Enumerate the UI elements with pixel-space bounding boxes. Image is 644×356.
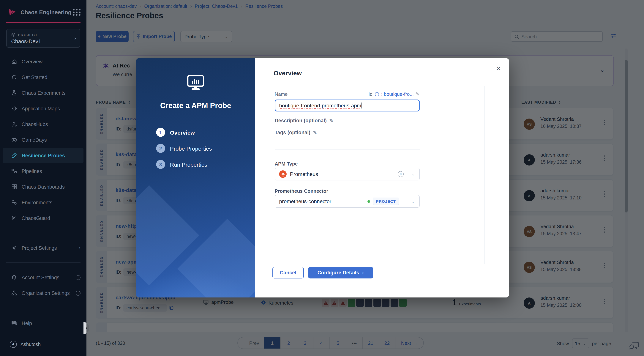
connector-value: prometheus-connector [279,198,331,204]
sidebar-help-group: ? Help [0,315,86,331]
support-chat-icon[interactable] [629,341,640,350]
sidebar-item-gamedays[interactable]: GameDays [0,132,86,148]
form-scroll-border [484,86,485,264]
watermark-shape [136,185,199,285]
configure-details-button[interactable]: Configure Details› [308,267,373,278]
cube-icon [11,32,16,37]
sidebar-item-overview[interactable]: Overview [0,54,86,69]
sidebar-settings-group: Project Settings › [0,240,86,256]
tags-label: Tags (optional)✎ [275,130,317,135]
scope-badge: PROJECT [373,198,399,205]
step-run-properties[interactable]: 3 Run Properties [156,159,212,170]
sidebar-item-account-settings[interactable]: Account Settings i [0,270,86,285]
sidebar-divider [6,309,80,310]
user-menu[interactable]: A Ashutosh [0,337,86,351]
sidebar-account-group: Account Settings i Organization Settings… [0,270,86,301]
sidebar-item-resilience-probes[interactable]: Resilience Probes [3,148,84,163]
flask-icon [11,90,17,96]
gamepad-icon [11,137,17,143]
sidebar-item-project-settings[interactable]: Project Settings › [0,240,86,256]
monitor-chart-icon [136,74,255,91]
modal-form-panel: ✕ Overview Name Id : boutique-fro... ✎ b… [255,58,509,298]
info-icon: i [76,290,80,296]
sidebar-item-chaos-experiments[interactable]: Chaos Experiments [0,85,86,101]
chevron-right-icon: › [362,270,364,276]
connectivity-status-dot [368,200,370,202]
chevron-down-icon: ⌄ [412,172,415,176]
layers-icon [11,274,17,280]
sidebar-divider [6,262,80,263]
create-apm-probe-modal: Create a APM Probe 1 Overview 2 Probe Pr… [136,58,509,298]
home-icon [11,58,17,64]
sidebar-item-get-started[interactable]: Get Started [0,69,86,85]
chevron-down-icon: ⌄ [412,199,415,204]
stepper: 1 Overview 2 Probe Properties 3 Run Prop… [156,127,212,175]
svg-text:?: ? [13,321,15,324]
sidebar-menu: Overview Get Started Chaos Experiments A… [0,54,86,226]
sidebar: Chaos Engineering PROJECT Chaos-Dev1 › O… [0,0,86,356]
connector-label: Prometheus Connector [275,188,328,194]
project-label: PROJECT [18,32,38,37]
project-selector[interactable]: PROJECT Chaos-Dev1 › [6,29,80,48]
probe-id-line: Id : boutique-fro... ✎ [275,91,420,97]
sidebar-item-help[interactable]: ? Help [0,315,86,331]
edit-icon[interactable]: ✎ [329,118,333,124]
gear-icon [11,245,17,251]
modal-title: Create a APM Probe [136,102,255,110]
app-header: Chaos Engineering [0,4,86,20]
sidebar-item-chaoshubs[interactable]: ChaosHubs [0,116,86,132]
test-tube-icon [11,152,17,158]
get-started-icon [11,74,17,80]
info-icon: i [76,275,80,280]
probe-id-value: : boutique-fro... [381,91,414,97]
chevron-right-icon: › [79,245,80,250]
chaos-engineering-logo-icon [8,7,17,17]
help-chat-icon: ? [11,320,17,326]
edit-icon[interactable]: ✎ [313,130,317,135]
lock-icon [11,215,17,221]
project-name: Chaos-Dev1 [11,38,41,44]
molecule-icon [11,121,17,127]
pipeline-icon [11,168,17,174]
form-divider [275,149,420,150]
footer-divider [272,264,501,264]
avatar: A [10,340,17,348]
sidebar-item-environments[interactable]: Environments [0,194,86,210]
name-input[interactable]: boutique-frontend-prometheus-apm [275,100,420,112]
app-window: Chaos Engineering PROJECT Chaos-Dev1 › O… [0,0,644,356]
sidebar-divider [6,233,80,233]
sidebar-item-chaos-dashboards[interactable]: Chaos Dashboards [0,179,86,194]
modal-stepper-panel: Create a APM Probe 1 Overview 2 Probe Pr… [136,58,255,298]
close-icon[interactable]: ✕ [496,65,501,72]
crosshair-icon [11,106,17,112]
dashboard-icon [11,184,17,190]
org-chart-icon [11,290,17,296]
apm-type-value: Prometheus [290,171,318,177]
prometheus-icon [279,170,286,178]
cancel-button[interactable]: Cancel [272,267,304,278]
sidebar-item-pipelines[interactable]: Pipelines [0,163,86,179]
text-caret [362,102,362,108]
prometheus-connector-select[interactable]: prometheus-connector PROJECT ⌄ [275,195,420,208]
sidebar-item-organization-settings[interactable]: Organization Settings i [0,285,86,301]
chevron-right-icon: › [74,36,76,41]
module-accent-divider [6,22,80,23]
step-probe-properties[interactable]: 2 Probe Properties [156,143,212,154]
step-overview[interactable]: 1 Overview [156,127,212,138]
apm-type-label: APM Type [275,161,298,167]
info-icon [374,92,379,96]
sidebar-item-chaosguard[interactable]: ChaosGuard [0,210,86,226]
sidebar-item-application-maps[interactable]: Application Maps [0,101,86,116]
description-label: Description (optional)✎ [275,118,333,124]
hexagons-icon [11,200,17,206]
module-grid-icon[interactable] [73,9,81,16]
app-title: Chaos Engineering [20,9,71,15]
form-heading: Overview [274,70,302,77]
clear-icon[interactable]: ✕ [398,171,404,177]
apm-type-select[interactable]: Prometheus ✕ ⌄ [275,168,420,180]
edit-icon[interactable]: ✎ [416,91,420,97]
